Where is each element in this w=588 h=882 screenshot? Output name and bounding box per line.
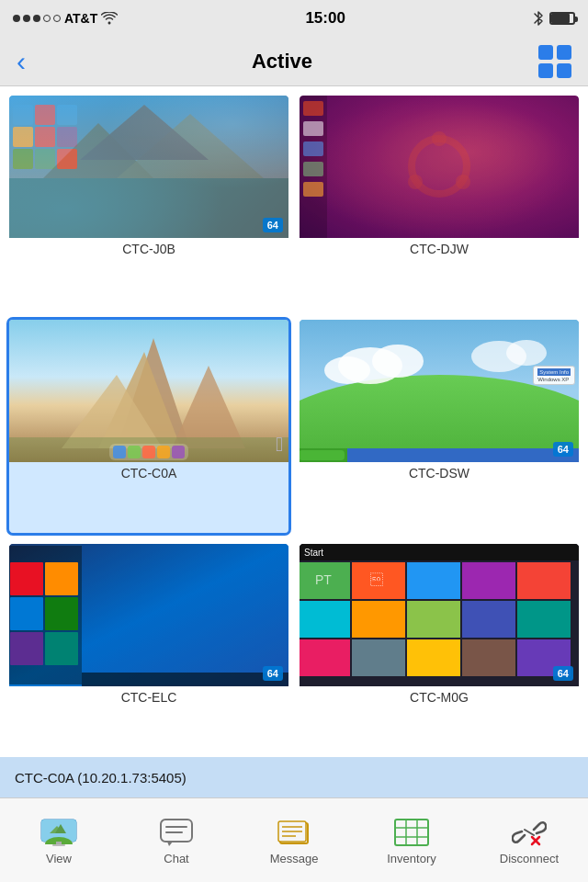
nav-bar: ‹ Active	[0, 37, 588, 86]
computer-grid: 64 CTC-J0B CTC-DJW	[0, 86, 588, 757]
card-label-ctc-djw: CTC-DJW	[300, 238, 579, 262]
svg-text:: 	[370, 572, 383, 587]
carrier-label: AT&T	[64, 11, 97, 26]
svg-marker-72	[167, 842, 173, 846]
wifi-icon	[101, 12, 118, 25]
status-right	[533, 10, 575, 27]
svg-rect-31	[300, 450, 345, 460]
dot-1	[13, 15, 20, 22]
tab-chat-label: Chat	[164, 852, 188, 865]
inventory-icon	[391, 817, 432, 848]
svg-rect-40	[82, 544, 288, 673]
svg-point-8	[408, 175, 423, 189]
back-button[interactable]: ‹	[17, 48, 26, 75]
tab-disconnect[interactable]: Disconnect	[470, 798, 588, 882]
tab-message-label: Message	[270, 852, 319, 865]
tab-view[interactable]: View	[0, 798, 118, 882]
win64-badge-j0b: 64	[263, 218, 283, 232]
status-bar: AT&T 15:00	[0, 0, 588, 37]
computer-card-ctc-dsw[interactable]: System Info Windows XP 64 CTC-DSW	[300, 320, 579, 533]
svg-rect-43	[300, 544, 579, 560]
svg-rect-56	[352, 639, 405, 676]
tab-inventory[interactable]: Inventory	[353, 798, 470, 882]
screenshot-ctc-m0g: Start PT	[300, 544, 579, 686]
svg-rect-48	[462, 562, 515, 599]
svg-rect-14	[303, 162, 323, 176]
nav-title: Active	[252, 50, 312, 74]
svg-rect-54	[517, 601, 571, 638]
svg-rect-11	[303, 101, 323, 116]
svg-rect-12	[303, 121, 323, 136]
svg-rect-49	[517, 562, 571, 599]
svg-point-28	[506, 340, 547, 366]
screenshot-ctc-elc: 64	[9, 544, 288, 686]
chat-icon	[156, 817, 197, 848]
svg-rect-13	[303, 141, 323, 156]
svg-rect-15	[303, 182, 323, 197]
svg-rect-39	[45, 632, 78, 665]
status-info-bar: CTC-C0A (10.20.1.73:5405)	[0, 757, 588, 797]
svg-rect-38	[10, 632, 43, 665]
screenshot-ctc-c0a: 	[9, 320, 288, 462]
battery-icon	[549, 12, 575, 25]
win64-badge-elc: 64	[263, 666, 283, 681]
svg-rect-81	[395, 820, 428, 845]
selected-computer-info: CTC-C0A (10.20.1.73:5405)	[15, 770, 187, 786]
svg-rect-41	[82, 673, 288, 686]
svg-rect-52	[407, 601, 460, 638]
svg-rect-69	[161, 820, 192, 842]
svg-rect-4	[9, 178, 288, 238]
message-icon	[274, 817, 314, 848]
computer-card-ctc-c0a[interactable]:  CTC-C0A	[9, 320, 288, 533]
monitor-icon	[39, 817, 79, 848]
status-left: AT&T	[13, 11, 118, 26]
svg-rect-68	[52, 844, 65, 846]
svg-point-7	[432, 131, 447, 146]
dot-2	[23, 15, 30, 22]
svg-rect-53	[462, 601, 515, 638]
dot-5	[53, 15, 61, 22]
svg-rect-51	[352, 601, 405, 638]
grid-sq-1	[538, 45, 553, 60]
computer-card-ctc-m0g[interactable]: Start PT	[300, 544, 579, 757]
svg-rect-58	[462, 639, 515, 676]
svg-rect-47	[407, 562, 460, 599]
tab-bar: View Chat	[0, 797, 588, 882]
computer-card-ctc-elc[interactable]: 64 CTC-ELC	[9, 544, 288, 757]
svg-rect-57	[407, 639, 460, 676]
tab-disconnect-label: Disconnect	[500, 852, 559, 865]
card-label-ctc-dsw: CTC-DSW	[300, 462, 579, 486]
svg-rect-37	[45, 597, 78, 630]
svg-rect-34	[10, 562, 43, 595]
card-label-ctc-j0b: CTC-J0B	[9, 238, 288, 262]
screenshot-ctc-dsw: System Info Windows XP 64	[300, 320, 579, 462]
grid-view-button[interactable]	[538, 45, 571, 78]
tab-view-label: View	[46, 852, 72, 865]
apple-icon-c0a: 	[276, 433, 283, 457]
signal-dots	[13, 15, 61, 22]
win64-badge-dsw: 64	[553, 442, 573, 457]
svg-point-26	[324, 356, 370, 384]
computer-card-ctc-djw[interactable]: CTC-DJW	[300, 96, 579, 309]
computer-card-ctc-j0b[interactable]: 64 CTC-J0B	[9, 96, 288, 309]
svg-point-25	[372, 345, 424, 378]
svg-point-9	[456, 175, 470, 189]
svg-rect-50	[300, 601, 350, 638]
dot-3	[33, 15, 40, 22]
svg-rect-55	[300, 639, 350, 676]
bluetooth-icon	[533, 10, 544, 27]
win64-badge-m0g: 64	[553, 666, 573, 681]
card-label-ctc-m0g: CTC-M0G	[300, 686, 579, 710]
status-time: 15:00	[305, 9, 345, 28]
tab-chat[interactable]: Chat	[118, 798, 235, 882]
dot-4	[43, 15, 51, 22]
card-label-ctc-elc: CTC-ELC	[9, 686, 288, 710]
svg-text:Start: Start	[304, 548, 323, 558]
svg-rect-5	[300, 96, 579, 238]
tab-message[interactable]: Message	[235, 798, 353, 882]
grid-sq-4	[557, 63, 571, 78]
grid-sq-3	[538, 63, 553, 78]
screenshot-ctc-djw	[300, 96, 579, 238]
screenshot-ctc-j0b: 64	[9, 96, 288, 238]
svg-rect-36	[10, 597, 43, 630]
